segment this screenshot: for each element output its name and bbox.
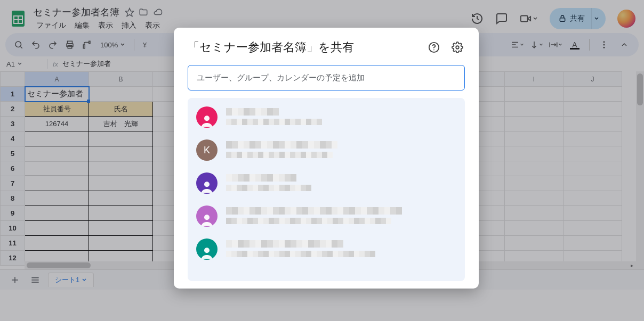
svg-rect-5 <box>521 16 528 22</box>
svg-point-22 <box>603 47 605 48</box>
share-input-placeholder: ユーザー、グループ、カレンダーの予定を追加 <box>197 73 365 83</box>
move-icon[interactable] <box>139 7 148 17</box>
row-header[interactable]: 3 <box>1 117 25 131</box>
row-header[interactable]: 5 <box>1 146 25 161</box>
row-header[interactable]: 11 <box>1 236 25 251</box>
svg-rect-7 <box>560 18 565 22</box>
cell[interactable]: 126744 <box>25 117 89 131</box>
menu-edit[interactable]: 編集 <box>71 20 93 31</box>
sheet-tab-label: シート1 <box>55 275 79 285</box>
row-header[interactable]: 12 <box>1 251 25 266</box>
cell[interactable]: セミナー参加者 <box>25 87 89 102</box>
avatar-initial: K <box>204 145 210 156</box>
valign-icon[interactable] <box>528 37 544 53</box>
share-input[interactable]: ユーザー、グループ、カレンダーの予定を追加 <box>188 65 465 90</box>
wrap-icon[interactable] <box>548 37 564 53</box>
suggestion-item[interactable] <box>193 201 460 231</box>
star-icon[interactable] <box>125 7 134 17</box>
share-dialog: 「セミナー参加者名簿」を共有 ユーザー、グループ、カレンダーの予定を追加 K <box>174 28 479 289</box>
all-sheets-icon[interactable] <box>28 273 43 287</box>
name-box[interactable]: A1 <box>4 60 42 68</box>
fx-icon: fx <box>53 60 58 68</box>
svg-line-9 <box>20 46 22 48</box>
comment-icon[interactable] <box>495 12 508 25</box>
svg-point-34 <box>204 248 210 253</box>
avatar-icon: K <box>196 139 218 161</box>
row-header[interactable]: 1 <box>1 87 25 102</box>
cell[interactable]: 社員番号 <box>25 102 89 117</box>
sheets-logo[interactable] <box>7 8 29 29</box>
undo-icon[interactable] <box>28 37 44 53</box>
meet-icon[interactable] <box>520 13 538 24</box>
sheet-tab[interactable]: シート1 <box>48 273 94 287</box>
zoom-select[interactable]: 100% <box>96 37 130 53</box>
vertical-scrollbar[interactable] <box>636 71 644 269</box>
row-header[interactable]: 8 <box>1 191 25 206</box>
row-header[interactable]: 10 <box>1 221 25 236</box>
toolbar-divider <box>134 39 134 51</box>
currency-label: ¥ <box>143 41 147 49</box>
svg-point-30 <box>456 46 459 49</box>
col-header[interactable]: A <box>25 72 89 87</box>
settings-icon[interactable] <box>450 40 465 55</box>
row-header[interactable]: 2 <box>1 102 25 117</box>
suggestion-item[interactable] <box>193 168 460 198</box>
row-header[interactable]: 4 <box>1 131 25 146</box>
redo-icon[interactable] <box>45 37 61 53</box>
svg-rect-13 <box>83 45 85 48</box>
help-icon[interactable] <box>426 40 441 55</box>
print-icon[interactable] <box>62 37 78 53</box>
align-icon[interactable] <box>509 37 525 53</box>
collapse-toolbar-icon[interactable] <box>615 36 633 54</box>
avatar-icon <box>196 205 218 227</box>
more-icon[interactable] <box>596 37 612 53</box>
menu-format[interactable]: 表示 <box>142 20 163 31</box>
account-avatar[interactable] <box>617 10 635 28</box>
history-icon[interactable] <box>471 12 484 25</box>
cell[interactable]: 氏名 <box>89 102 153 117</box>
divider <box>47 59 47 69</box>
search-tool-icon[interactable] <box>11 37 27 53</box>
formula-bar[interactable]: セミナー参加者 <box>62 59 111 69</box>
col-header[interactable]: I <box>505 72 564 87</box>
menu-file[interactable]: ファイル <box>33 20 69 31</box>
suggestion-list: K <box>188 98 465 281</box>
share-dropdown[interactable] <box>591 8 606 29</box>
menu-view[interactable]: 表示 <box>95 20 116 31</box>
text-color-icon[interactable]: A <box>567 37 583 53</box>
dialog-title: 「セミナー参加者名簿」を共有 <box>188 39 426 55</box>
row-header[interactable]: 9 <box>1 206 25 221</box>
share-button[interactable]: 共有 <box>550 8 606 29</box>
zoom-value: 100% <box>100 41 118 49</box>
document-title[interactable]: セミナー参加者名簿 <box>33 6 119 19</box>
col-header[interactable]: J <box>564 72 622 87</box>
share-button-label: 共有 <box>570 14 585 23</box>
suggestion-item[interactable]: K <box>193 135 460 165</box>
svg-point-33 <box>204 215 210 220</box>
row-header[interactable]: 6 <box>1 161 25 176</box>
add-sheet-icon[interactable] <box>7 273 22 287</box>
currency-format[interactable]: ¥ <box>139 37 151 53</box>
svg-marker-4 <box>126 9 134 17</box>
svg-point-31 <box>204 116 210 121</box>
svg-point-8 <box>15 42 21 47</box>
col-header[interactable]: B <box>89 72 153 87</box>
avatar-icon <box>196 238 218 260</box>
paint-format-icon[interactable] <box>79 37 95 53</box>
toolbar-divider <box>589 39 590 51</box>
cloud-status-icon[interactable] <box>152 7 163 17</box>
avatar-icon <box>196 172 218 194</box>
name-box-value: A1 <box>6 60 15 68</box>
svg-point-32 <box>204 182 210 187</box>
row-header[interactable]: 7 <box>1 176 25 191</box>
cell[interactable]: 吉村 光輝 <box>89 117 153 131</box>
avatar-icon <box>196 106 218 128</box>
svg-point-21 <box>603 44 605 46</box>
suggestion-item[interactable] <box>193 102 460 132</box>
svg-point-20 <box>603 41 605 43</box>
svg-point-29 <box>433 50 434 51</box>
suggestion-item[interactable] <box>193 234 460 264</box>
menu-insert[interactable]: 挿入 <box>118 20 140 31</box>
